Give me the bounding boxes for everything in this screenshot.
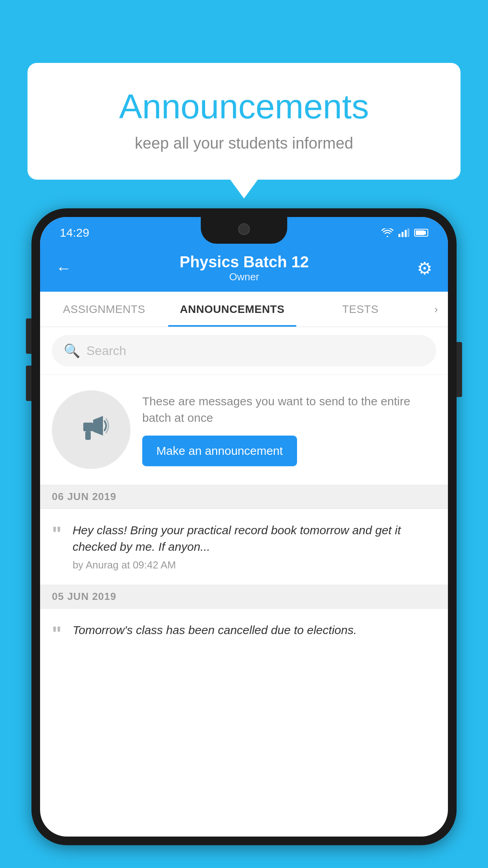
search-bar[interactable]: 🔍 Search	[52, 335, 436, 366]
signal-icon	[398, 228, 409, 237]
status-icons	[381, 228, 428, 237]
announcement-content-2: Tomorrow's class has been cancelled due …	[73, 622, 436, 642]
search-container: 🔍 Search	[40, 327, 448, 375]
svg-rect-6	[85, 431, 91, 440]
wifi-icon	[381, 228, 394, 237]
bubble-title: Announcements	[59, 86, 429, 127]
announcement-item-1[interactable]: " Hey class! Bring your practical record…	[40, 509, 448, 585]
announcement-meta-1: by Anurag at 09:42 AM	[73, 559, 436, 571]
megaphone-icon	[72, 410, 111, 449]
phone-notch	[201, 217, 287, 244]
tab-more[interactable]: ›	[424, 292, 448, 327]
phone-button-power	[457, 342, 462, 397]
svg-rect-2	[405, 230, 407, 237]
speech-bubble-section: Announcements keep all your students inf…	[28, 63, 460, 180]
svg-rect-0	[398, 234, 400, 237]
tabs-bar: ASSIGNMENTS ANNOUNCEMENTS TESTS ›	[40, 292, 448, 327]
app-header: ← Physics Batch 12 Owner ⚙	[40, 245, 448, 292]
phone-mockup: 14:29	[31, 208, 457, 868]
back-button[interactable]: ←	[56, 259, 72, 277]
phone-screen: 14:29	[40, 217, 448, 837]
announcement-content-1: Hey class! Bring your practical record b…	[73, 522, 436, 571]
tab-assignments[interactable]: ASSIGNMENTS	[40, 292, 168, 327]
phone-button-volume-down	[26, 366, 31, 401]
header-subtitle: Owner	[180, 271, 309, 283]
speech-bubble: Announcements keep all your students inf…	[28, 63, 460, 180]
svg-rect-5	[83, 423, 93, 431]
date-separator-2: 05 JUN 2019	[40, 585, 448, 609]
promo-section: These are messages you want to send to t…	[40, 375, 448, 485]
settings-icon[interactable]: ⚙	[417, 258, 432, 278]
svg-marker-4	[93, 416, 103, 436]
search-icon: 🔍	[64, 343, 80, 359]
bubble-subtitle: keep all your students informed	[59, 134, 429, 152]
phone-outer: 14:29	[31, 208, 457, 845]
quote-icon-2: "	[52, 623, 62, 644]
tab-tests[interactable]: TESTS	[296, 292, 424, 327]
promo-description: These are messages you want to send to t…	[142, 393, 436, 426]
tab-announcements[interactable]: ANNOUNCEMENTS	[168, 292, 296, 327]
promo-content: These are messages you want to send to t…	[142, 393, 436, 466]
status-time: 14:29	[60, 226, 89, 239]
svg-rect-1	[402, 232, 404, 237]
header-title: Physics Batch 12	[180, 253, 309, 271]
promo-icon-circle	[52, 390, 130, 469]
quote-icon-1: "	[52, 524, 62, 544]
date-separator-1: 06 JUN 2019	[40, 485, 448, 509]
search-input[interactable]: Search	[86, 344, 126, 358]
phone-camera	[238, 223, 250, 235]
header-center: Physics Batch 12 Owner	[180, 253, 309, 283]
announcement-item-2[interactable]: " Tomorrow's class has been cancelled du…	[40, 609, 448, 657]
phone-button-volume-up	[26, 318, 31, 354]
battery-icon	[414, 229, 428, 237]
announcement-text-1: Hey class! Bring your practical record b…	[73, 522, 436, 555]
make-announcement-button[interactable]: Make an announcement	[142, 436, 297, 466]
svg-rect-3	[407, 228, 409, 237]
announcement-text-2: Tomorrow's class has been cancelled due …	[73, 622, 436, 638]
